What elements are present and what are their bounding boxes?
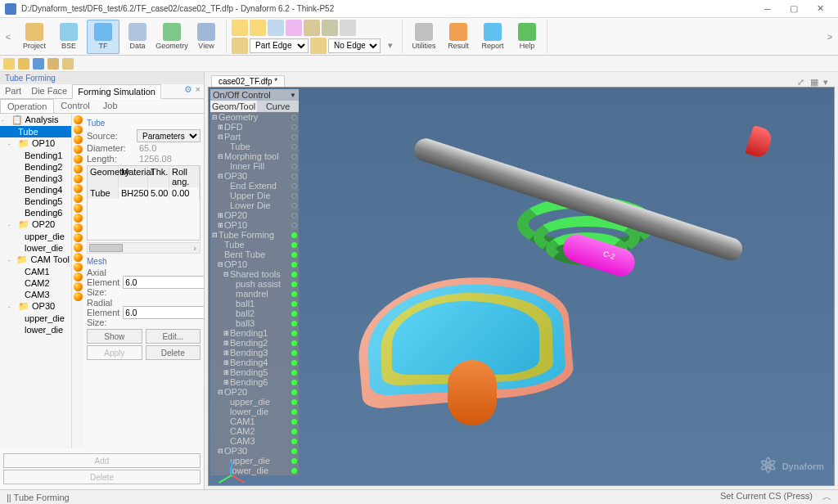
- ribbon-data-button[interactable]: Data: [121, 20, 154, 54]
- redo-icon[interactable]: [250, 20, 266, 36]
- copy-icon[interactable]: [47, 58, 59, 70]
- scene-item-push-assist[interactable]: push assist: [210, 279, 299, 289]
- tree-item-upper-die[interactable]: upper_die: [0, 313, 71, 324]
- scene-item-upper-die[interactable]: Upper Die: [210, 191, 299, 200]
- scene-item-tube[interactable]: Tube: [210, 240, 299, 250]
- scene-item-part[interactable]: ⊟Part: [210, 132, 299, 142]
- scene-item-op30[interactable]: ⊟OP30: [210, 171, 299, 181]
- scene-item-bending2[interactable]: ⊞Bending2: [210, 338, 299, 348]
- new-icon[interactable]: [3, 58, 15, 70]
- close-button[interactable]: ✕: [807, 1, 833, 17]
- cube2-icon[interactable]: [310, 38, 327, 54]
- scene-item-dfd[interactable]: ⊞DFD: [210, 122, 299, 132]
- ribbon-scroll-left[interactable]: <: [3, 20, 13, 54]
- ribbon-help-button[interactable]: Help: [511, 20, 543, 54]
- tree-item-analysis[interactable]: -📋 Analysis: [0, 114, 71, 126]
- panel-tab-die-face[interactable]: Die Face: [26, 84, 72, 98]
- scene-item-mandrel[interactable]: mandrel: [210, 289, 299, 299]
- ribbon-bse-button[interactable]: BSE: [52, 20, 85, 54]
- scene-item-op20[interactable]: ⊞OP20: [210, 210, 299, 220]
- tree-item-op30[interactable]: -📁 OP30: [0, 300, 71, 313]
- ribbon-utilities-button[interactable]: Utilities: [408, 20, 440, 54]
- pin-icon[interactable]: ×: [196, 84, 200, 98]
- scene-item-cam2[interactable]: CAM2: [210, 426, 299, 436]
- scene-item-op10[interactable]: ⊟OP10: [210, 259, 299, 269]
- maximize-button[interactable]: ▢: [781, 1, 807, 17]
- panel-tab-part[interactable]: Part: [0, 84, 26, 98]
- light-icon[interactable]: [74, 292, 83, 301]
- sect-icon[interactable]: [340, 20, 356, 36]
- light-icon[interactable]: [74, 204, 83, 213]
- scene-tab-curve[interactable]: Curve: [257, 101, 299, 112]
- tree-item-lower-die[interactable]: lower_die: [0, 324, 71, 335]
- ribbon-project-button[interactable]: Project: [18, 20, 51, 54]
- col-thk[interactable]: Thk.: [148, 166, 169, 187]
- settings-icon[interactable]: ⚙: [184, 84, 192, 98]
- tree-item-cam3[interactable]: CAM3: [0, 289, 71, 300]
- light-icon[interactable]: [74, 155, 83, 164]
- tree-item-lower-die[interactable]: lower_die: [0, 242, 71, 254]
- ribbon-tf-button[interactable]: TF: [87, 20, 119, 54]
- light-icon[interactable]: [74, 135, 83, 144]
- scene-item-ball1[interactable]: ball1: [210, 299, 299, 308]
- scene-item-bending3[interactable]: ⊞Bending3: [210, 348, 299, 358]
- light-icon[interactable]: [74, 115, 83, 124]
- tool-icon[interactable]: [268, 20, 284, 36]
- ribbon-view-button[interactable]: View: [190, 20, 223, 54]
- scene-item-op10[interactable]: ⊞OP10: [210, 220, 299, 230]
- scene-item-bending6[interactable]: ⊞Bending6: [210, 377, 299, 387]
- scene-item-geometry[interactable]: ⊟Geometry: [210, 112, 299, 122]
- chevron-down-icon[interactable]: ▼: [290, 92, 296, 99]
- source-select[interactable]: Parameters: [137, 129, 200, 142]
- eraser-icon[interactable]: [286, 20, 302, 36]
- scene-item-bending4[interactable]: ⊞Bending4: [210, 358, 299, 367]
- tree-item-upper-die[interactable]: upper_die: [0, 231, 71, 242]
- scene-item-bent-tube[interactable]: Bent Tube: [210, 250, 299, 259]
- clip-icon[interactable]: [304, 20, 320, 36]
- scene-item-cam3[interactable]: CAM3: [210, 436, 299, 446]
- document-tab[interactable]: case02_TF.dfp *: [211, 75, 285, 87]
- scene-item-op20[interactable]: ⊟OP20: [210, 387, 299, 397]
- subtab-operation[interactable]: Operation: [0, 99, 54, 113]
- light-icon[interactable]: [74, 233, 83, 242]
- paste-icon[interactable]: [62, 58, 74, 70]
- light-icon[interactable]: [74, 243, 83, 252]
- tree-item-bending2[interactable]: Bending2: [0, 161, 71, 173]
- tree-item-bending4[interactable]: Bending4: [0, 184, 71, 196]
- table-row[interactable]: Tube BH250 5.00 0.00: [88, 187, 200, 199]
- ribbon-geometry-button[interactable]: Geometry: [155, 20, 188, 54]
- tree-item-bending6[interactable]: Bending6: [0, 207, 71, 218]
- delete-button[interactable]: Delete: [146, 345, 201, 360]
- vp-tool-1[interactable]: ⤢: [797, 77, 807, 87]
- undo-icon[interactable]: [232, 20, 248, 36]
- tree-item-cam2[interactable]: CAM2: [0, 277, 71, 289]
- scene-item-tube-forming[interactable]: ⊟Tube Forming: [210, 230, 299, 240]
- scene-item-shared-tools[interactable]: ⊟Shared tools: [210, 269, 299, 279]
- tree-item-op10[interactable]: -📁 OP10: [0, 137, 71, 150]
- vp-tool-3[interactable]: ▾: [823, 77, 833, 87]
- light-icon[interactable]: [74, 282, 83, 291]
- scene-list[interactable]: ⊟Geometry⊞DFD⊟PartTube⊟Morphing toolInne…: [210, 112, 299, 475]
- scene-header[interactable]: On/Off Control▼: [210, 89, 299, 101]
- scene-item-bending1[interactable]: ⊞Bending1: [210, 328, 299, 338]
- edge-mode-combo[interactable]: Part Edge: [250, 38, 309, 53]
- scene-item-lower-die[interactable]: lower_die: [210, 407, 299, 416]
- edit-button[interactable]: Edit...: [146, 329, 201, 344]
- clip2-icon[interactable]: [322, 20, 338, 36]
- light-icon[interactable]: [74, 174, 83, 183]
- tree-item-cam1[interactable]: CAM1: [0, 266, 71, 277]
- col-geometry[interactable]: Geometry: [88, 166, 119, 187]
- tree-item-bending3[interactable]: Bending3: [0, 173, 71, 184]
- scene-item-morphing-tool[interactable]: ⊟Morphing tool: [210, 151, 299, 161]
- ribbon-report-button[interactable]: Report: [476, 20, 509, 54]
- radial-input[interactable]: [123, 306, 204, 319]
- light-icon[interactable]: [74, 125, 83, 134]
- tree-item-op20[interactable]: -📁 OP20: [0, 218, 71, 231]
- scene-item-bending5[interactable]: ⊞Bending5: [210, 367, 299, 377]
- subtab-job[interactable]: Job: [97, 99, 124, 113]
- scene-item-cam1[interactable]: CAM1: [210, 416, 299, 426]
- scene-item-upper-die[interactable]: upper_die: [210, 397, 299, 407]
- scene-tab-geom[interactable]: Geom/Tool: [210, 101, 257, 112]
- save-icon[interactable]: [33, 58, 44, 70]
- tree-item-cam-tool[interactable]: -📁 CAM Tool: [0, 254, 71, 266]
